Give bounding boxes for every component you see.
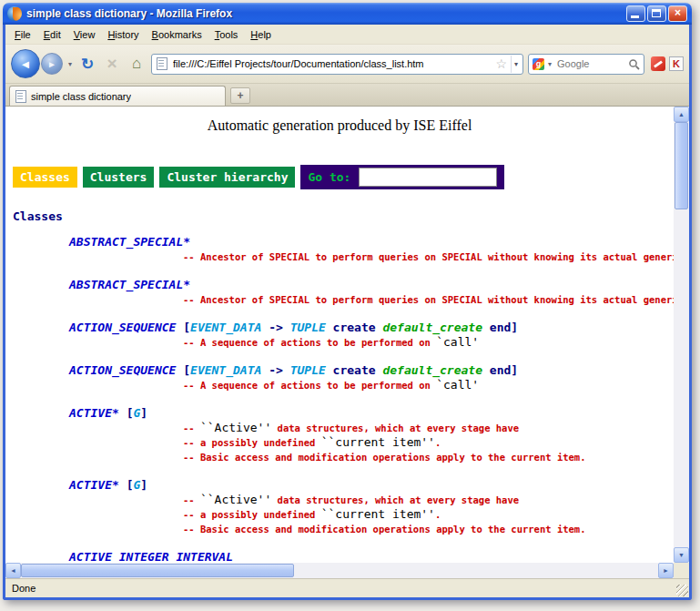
- menu-view[interactable]: View: [67, 27, 102, 42]
- class-entry: ACTIVE* [G] -- ``Active'' data structure…: [5, 405, 674, 464]
- search-icon[interactable]: [628, 58, 640, 70]
- goto-input[interactable]: [359, 168, 497, 187]
- menu-history[interactable]: History: [101, 27, 145, 42]
- class-link[interactable]: EVENT_DATA: [190, 363, 261, 377]
- class-comment: -- A sequence of actions to be performed…: [183, 378, 674, 392]
- class-link[interactable]: TUPLE: [290, 321, 326, 334]
- navigation-toolbar: ◄ ► ▾ ↻ × ⌂ ☆ ▾ g ▾: [5, 45, 689, 84]
- menu-help[interactable]: Help: [244, 27, 278, 42]
- class-comment: -- Basic access and modification operati…: [183, 522, 674, 536]
- class-link[interactable]: TUPLE: [290, 363, 326, 377]
- page-favicon[interactable]: [157, 57, 167, 70]
- forward-button[interactable]: ►: [41, 53, 63, 75]
- class-comment: -- A sequence of actions to be performed…: [183, 335, 674, 350]
- url-input[interactable]: [171, 57, 492, 70]
- class-comment: -- ``Active'' data structures, which at …: [183, 421, 674, 435]
- doc-nav-bar: Classes Clusters Cluster hierarchy Go to…: [13, 165, 674, 189]
- close-button[interactable]: ×: [668, 5, 687, 22]
- search-engine-dropdown-icon[interactable]: ▾: [547, 60, 553, 68]
- class-link[interactable]: ACTION_SEQUENCE: [69, 363, 183, 377]
- vertical-scroll-thumb[interactable]: [675, 122, 688, 209]
- history-dropdown-icon[interactable]: ▾: [67, 60, 73, 68]
- class-entry: ACTION_SEQUENCE [EVENT_DATA -> TUPLE cre…: [5, 320, 674, 350]
- stop-icon[interactable]: ×: [102, 54, 122, 74]
- scroll-up-button[interactable]: ▲: [674, 107, 689, 122]
- goto-box: Go to:: [300, 165, 504, 189]
- tab-favicon: [15, 90, 26, 103]
- scroll-down-button[interactable]: ▼: [674, 547, 689, 563]
- feature-link[interactable]: default_create: [382, 363, 482, 377]
- status-bar: Done: [5, 578, 689, 597]
- class-link[interactable]: ABSTRACT_SPECIAL*: [69, 278, 190, 291]
- class-comment: -- a possibly undefined ``current item''…: [183, 507, 674, 522]
- clusters-button[interactable]: Clusters: [83, 167, 155, 188]
- firefox-icon: [7, 6, 22, 21]
- class-link[interactable]: ABSTRACT_SPECIAL*: [69, 235, 190, 249]
- web-page: Automatic generation produced by ISE Eif…: [5, 107, 674, 563]
- page-title: Automatic generation produced by ISE Eif…: [5, 117, 674, 134]
- desktop: simple class dictionary - Mozilla Firefo…: [0, 0, 700, 611]
- classes-button[interactable]: Classes: [13, 167, 77, 188]
- class-comment: -- a possibly undefined ``current item''…: [183, 435, 674, 450]
- search-bar[interactable]: g ▾: [528, 54, 644, 75]
- class-entry: ACTION_SEQUENCE [EVENT_DATA -> TUPLE cre…: [5, 362, 674, 392]
- window-title: simple class dictionary - Mozilla Firefo…: [26, 7, 622, 20]
- bookmark-star-icon[interactable]: ☆: [495, 56, 507, 71]
- scrollbar-corner: [674, 563, 689, 578]
- tab-bar: simple class dictionary +: [5, 84, 689, 107]
- class-link[interactable]: ACTIVE_INTEGER_INTERVAL: [69, 550, 233, 563]
- cluster-hierarchy-button[interactable]: Cluster hierarchy: [159, 167, 295, 188]
- tab-active[interactable]: simple class dictionary: [9, 86, 226, 106]
- status-text: Done: [12, 583, 36, 594]
- minimize-button[interactable]: [626, 5, 645, 22]
- class-entry: ACTIVE_INTEGER_INTERVAL: [5, 549, 674, 563]
- menu-file[interactable]: File: [8, 27, 37, 42]
- google-logo-icon[interactable]: g: [533, 58, 544, 70]
- menu-tools[interactable]: Tools: [208, 27, 245, 42]
- class-link[interactable]: ACTION_SEQUENCE: [69, 321, 183, 334]
- browser-window: simple class dictionary - Mozilla Firefo…: [3, 3, 692, 600]
- class-entry: ABSTRACT_SPECIAL* -- Ancestor of SPECIAL…: [5, 234, 674, 264]
- class-link[interactable]: EVENT_DATA: [190, 321, 261, 334]
- addon-icon-1[interactable]: [651, 56, 665, 71]
- class-comment: -- Ancestor of SPECIAL to perform querie…: [183, 249, 674, 264]
- home-icon[interactable]: ⌂: [127, 55, 147, 73]
- goto-label: Go to:: [308, 170, 350, 184]
- feature-link[interactable]: default_create: [382, 321, 482, 334]
- menu-bar: File Edit View History Bookmarks Tools H…: [5, 25, 689, 45]
- location-dropdown-icon[interactable]: ▾: [511, 56, 521, 73]
- back-button[interactable]: ◄: [11, 49, 40, 78]
- class-comment: -- Basic access and modification operati…: [183, 450, 674, 464]
- classes-heading: Classes: [13, 209, 674, 223]
- horizontal-scroll-thumb[interactable]: [21, 564, 294, 577]
- location-bar[interactable]: ☆ ▾: [151, 54, 523, 75]
- class-comment: -- Ancestor of SPECIAL to perform querie…: [183, 292, 674, 307]
- class-entry: ABSTRACT_SPECIAL* -- Ancestor of SPECIAL…: [5, 277, 674, 307]
- scroll-right-button[interactable]: ►: [658, 563, 674, 578]
- titlebar[interactable]: simple class dictionary - Mozilla Firefo…: [3, 3, 692, 25]
- search-input[interactable]: [555, 57, 625, 70]
- browser-viewport: Automatic generation produced by ISE Eif…: [5, 107, 689, 578]
- class-list: ABSTRACT_SPECIAL* -- Ancestor of SPECIAL…: [5, 234, 674, 563]
- tab-label: simple class dictionary: [31, 91, 131, 102]
- menu-edit[interactable]: Edit: [37, 27, 67, 42]
- resize-grip[interactable]: [676, 585, 688, 596]
- refresh-icon[interactable]: ↻: [77, 55, 97, 74]
- class-link[interactable]: ACTIVE*: [69, 478, 127, 492]
- maximize-button[interactable]: [647, 5, 666, 22]
- horizontal-scrollbar[interactable]: ◄ ►: [5, 563, 674, 578]
- class-entry: ACTIVE* [G] -- ``Active'' data structure…: [5, 477, 674, 536]
- new-tab-button[interactable]: +: [230, 87, 250, 104]
- class-link[interactable]: ACTIVE*: [69, 406, 127, 420]
- class-comment: -- ``Active'' data structures, which at …: [183, 493, 674, 507]
- menu-bookmarks[interactable]: Bookmarks: [146, 27, 208, 42]
- vertical-scrollbar[interactable]: ▲ ▼: [674, 107, 689, 563]
- scroll-left-button[interactable]: ◄: [5, 563, 21, 578]
- addon-icon-2[interactable]: K: [669, 56, 684, 71]
